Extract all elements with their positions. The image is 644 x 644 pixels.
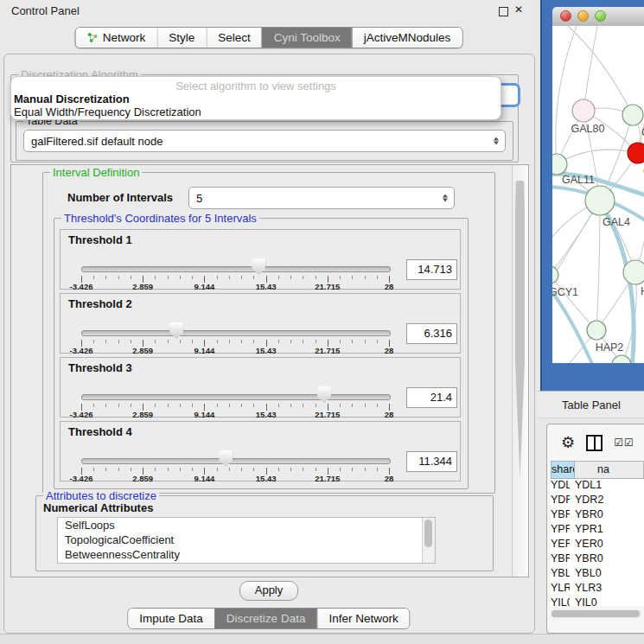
slider-thumb[interactable] <box>219 450 233 467</box>
tab-jactivemnodules[interactable]: jActiveMNodules <box>352 28 462 48</box>
tab-impute-data[interactable]: Impute Data <box>128 609 214 628</box>
threshold-panel-3: Threshold 3-3.4262.8599.14415.4321.71528… <box>60 357 461 418</box>
tab-cyni-toolbox[interactable]: Cyni Toolbox <box>262 28 352 48</box>
tab-style[interactable]: Style <box>156 28 206 48</box>
list-item-topologicalcoefficient[interactable]: TopologicalCoefficient <box>58 532 435 547</box>
cell-name: YLR3 <box>570 582 644 596</box>
network-node-c[interactable] <box>628 143 644 163</box>
table-row[interactable]: YBL079WYBL0 <box>551 567 644 582</box>
tab-select[interactable]: Select <box>206 28 262 48</box>
table-data-combo[interactable]: galFiltered.sif default node <box>23 130 506 152</box>
slider-track[interactable] <box>81 266 391 272</box>
network-node-gal4[interactable] <box>585 186 615 215</box>
slider-thumb[interactable] <box>169 322 183 339</box>
table-row[interactable]: YDR27...YDR2 <box>551 494 644 508</box>
table-row[interactable]: YDL19...YDL1 <box>551 479 644 494</box>
table-row[interactable]: YBR045CYBR0 <box>551 552 644 567</box>
settings-scrollpane: Interval Definition Number of Intervals … <box>10 164 529 577</box>
select-columns-icon[interactable]: ☑☑ <box>614 437 634 449</box>
threshold-value-field[interactable]: 14.713 <box>406 259 457 280</box>
slider-track[interactable] <box>81 458 391 464</box>
minimize-light[interactable] <box>577 10 589 22</box>
attributes-scrollbar[interactable] <box>422 518 435 563</box>
node-table[interactable]: shared...na YDL19...YDL1YDR27...YDR2YBR0… <box>551 461 644 606</box>
zoom-light[interactable] <box>595 10 606 22</box>
threshold-label: Threshold 2 <box>68 297 132 310</box>
tab-label: Discretize Data <box>226 612 306 625</box>
attribute-items: SelfLoopsTopologicalCoefficientBetweenne… <box>58 518 435 562</box>
threshold-value-field[interactable]: 11.344 <box>406 451 457 472</box>
threshold-value-field[interactable]: 6.316 <box>406 323 457 344</box>
cell-shared-name: YDL19... <box>551 479 570 494</box>
dropdown-option-manual-discretization[interactable]: Manual Discretization <box>11 92 501 105</box>
tab-label: Cyni Toolbox <box>274 31 341 44</box>
spinner-arrows-icon <box>443 194 448 202</box>
slider-thumb[interactable] <box>317 386 331 403</box>
group-title-attributes: Attributes to discretize <box>43 489 159 502</box>
tab-label: Impute Data <box>139 612 203 625</box>
cell-name: YDR2 <box>570 494 644 508</box>
slider-tick-labels: -3.4262.8599.14415.4321.71528 <box>81 474 389 482</box>
table-row[interactable]: YPR145WYPR1 <box>551 523 644 538</box>
tab-discretize-data[interactable]: Discretize Data <box>214 609 317 628</box>
network-node-hap2[interactable] <box>587 321 606 340</box>
slider-tick-labels: -3.4262.8599.14415.4321.71528 <box>81 346 389 354</box>
close-icon[interactable]: ✕ <box>514 3 523 16</box>
tab-label: Infer Network <box>328 612 398 625</box>
slider-tick-labels: -3.4262.8599.14415.4321.71528 <box>81 282 389 290</box>
cell-name: YBR0 <box>570 552 644 567</box>
number-of-intervals-label: Number of Intervals <box>67 191 173 204</box>
network-node-gal80[interactable] <box>572 99 595 122</box>
network-edge <box>557 150 638 164</box>
network-window-titlebar[interactable] <box>552 7 644 27</box>
slider-tick-labels: -3.4262.8599.14415.4321.71528 <box>81 410 389 418</box>
table-row[interactable]: YLR345WYLR3 <box>551 582 644 596</box>
tab-infer-network[interactable]: Infer Network <box>316 609 409 628</box>
threshold-coordinates-group: Threshold's Coordinates for 5 Intervals … <box>54 218 469 489</box>
dropdown-prompt: Select algorithm to view settings <box>11 80 501 92</box>
network-node[interactable] <box>612 355 631 363</box>
threshold-panel-4: Threshold 4-3.4262.8599.14415.4321.71528… <box>60 421 461 481</box>
table-row[interactable]: YIL052CYIL0 <box>551 596 644 606</box>
cell-shared-name: YBL079W <box>551 567 570 582</box>
network-node-h[interactable] <box>623 260 644 284</box>
column-header-shared[interactable]: shared... <box>551 461 575 479</box>
footer-strip <box>0 634 644 644</box>
float-icon[interactable] <box>499 7 508 16</box>
interval-definition-group: Interval Definition Number of Intervals … <box>42 172 495 494</box>
cell-shared-name: YDR27... <box>551 494 570 508</box>
table-row[interactable]: YBR043CYBR0 <box>551 508 644 523</box>
attributes-group: Attributes to discretize Numerical Attri… <box>35 495 494 571</box>
list-item-betweennesscentrality[interactable]: BetweennessCentrality <box>58 547 435 562</box>
gear-icon[interactable]: ⚙ <box>561 435 575 450</box>
network-node-g[interactable] <box>622 105 643 125</box>
columns-icon[interactable] <box>586 435 603 451</box>
table-row[interactable]: YER054CYER0 <box>551 538 644 552</box>
table-data-combo-value: galFiltered.sif default node <box>31 135 163 148</box>
threshold-label: Threshold 1 <box>68 233 132 246</box>
close-light[interactable] <box>560 10 571 22</box>
apply-button[interactable]: Apply <box>239 581 298 601</box>
dropdown-option-equal-width-frequency-discretization[interactable]: Equal Width/Frequency Discretization <box>11 105 501 118</box>
number-of-intervals-combo[interactable]: 5 <box>188 187 455 209</box>
list-item-selfloops[interactable]: SelfLoops <box>58 518 435 532</box>
slider-thumb[interactable] <box>252 258 265 275</box>
network-window[interactable]: GAL80GCGAL11GAL4GCY1HHAP2 <box>540 0 644 391</box>
threshold-label: Threshold 3 <box>68 361 132 374</box>
tab-network[interactable]: Network <box>76 28 157 48</box>
node-label: GAL4 <box>603 216 630 228</box>
network-graph[interactable]: GAL80GCGAL11GAL4GCY1HHAP2 <box>552 26 644 363</box>
numerical-attributes-list[interactable]: SelfLoopsTopologicalCoefficientBetweenne… <box>57 517 436 564</box>
cell-shared-name: YPR145W <box>551 523 570 538</box>
cell-shared-name: YBR043C <box>551 508 570 523</box>
cell-name: YDL1 <box>570 479 644 494</box>
cell-name: YBR0 <box>570 508 644 523</box>
table-hscrollbar[interactable] <box>551 609 642 618</box>
tab-label: jActiveMNodules <box>364 31 451 44</box>
slider-track[interactable] <box>81 394 391 400</box>
threshold-value-field[interactable]: 21.4 <box>406 387 457 408</box>
network-canvas[interactable]: GAL80GCGAL11GAL4GCY1HHAP2 <box>552 26 644 363</box>
column-header-na[interactable]: na <box>575 461 644 479</box>
slider-track[interactable] <box>81 330 391 336</box>
main-scrollbar[interactable] <box>512 165 528 577</box>
